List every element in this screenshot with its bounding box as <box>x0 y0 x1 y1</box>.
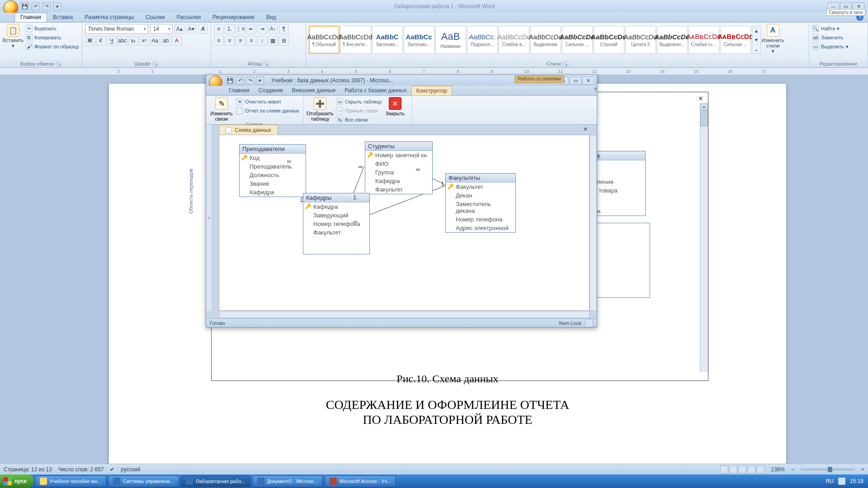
superscript-icon[interactable]: x² <box>139 36 149 46</box>
save-icon[interactable]: 💾 <box>226 76 234 84</box>
align-justify-icon[interactable]: ≡ <box>246 36 256 46</box>
dialog-launcher-icon[interactable]: ↘ <box>563 61 568 66</box>
taskbar-item[interactable]: Документ2 - Microso... <box>252 475 323 487</box>
find-button[interactable]: 🔍Найти ▾ <box>812 24 849 33</box>
italic-icon[interactable]: К <box>96 36 106 46</box>
change-styles-button[interactable]: AИзменить стили▾ <box>763 24 783 54</box>
gallery-up-icon[interactable]: ▴ <box>752 26 760 35</box>
dialog-launcher-icon[interactable]: ↘ <box>56 61 61 66</box>
tab-references[interactable]: Ссылки <box>140 13 170 22</box>
table-students[interactable]: Студенты Номер зачетной кн ФИО Группа Ка… <box>365 141 433 194</box>
indent-inc-icon[interactable]: ⇥ <box>257 24 267 34</box>
shading-icon[interactable]: ▦ <box>268 36 278 46</box>
style-item[interactable]: AaBbCЗаголово... <box>372 26 403 54</box>
strike-icon[interactable]: abc <box>118 36 127 46</box>
save-icon[interactable]: 💾 <box>21 2 29 10</box>
access-window[interactable]: 💾 ↶ ↷ ▾ Учебная : база данных (Access 20… <box>206 75 597 328</box>
bold-icon[interactable]: Ж <box>85 36 95 46</box>
format-painter-button[interactable]: 🖌Формат по образцу <box>25 42 79 51</box>
tab-create[interactable]: Создание <box>254 86 288 95</box>
qat-customize-icon[interactable]: ▾ <box>256 76 264 84</box>
dialog-launcher-icon[interactable]: ↘ <box>264 61 269 66</box>
indent-dec-icon[interactable]: ⇤ <box>246 24 256 34</box>
tab-design[interactable]: Конструктор <box>411 86 452 95</box>
all-relations-button[interactable]: ⇆Все связи <box>336 115 382 124</box>
style-item[interactable]: AᴀBʙCᴄDᴅСильная ... <box>720 26 751 54</box>
style-item[interactable]: AaBbCcDdВыделенн... <box>657 26 688 54</box>
style-gallery[interactable]: AaBbCcDd¶ Обычный AaBbCcDd¶ Без инте... … <box>309 24 761 56</box>
language-indicator[interactable]: русский <box>121 466 140 473</box>
underline-icon[interactable]: Ч <box>107 36 117 46</box>
schema-canvas[interactable]: Преподаватели Код Преподаватель Должност… <box>219 135 590 311</box>
zoom-out-icon[interactable]: − <box>791 466 794 473</box>
gallery-down-icon[interactable]: ▾ <box>752 36 760 44</box>
proofing-icon[interactable]: ✔ <box>110 466 114 473</box>
restore-button[interactable]: ▭ <box>570 76 581 84</box>
replace-button[interactable]: abЗаменить <box>812 33 849 42</box>
page-indicator[interactable]: Страница: 12 из 13 <box>4 466 52 473</box>
change-case-icon[interactable]: Aa <box>150 36 160 46</box>
style-item[interactable]: AaBbCcDd¶ Обычный <box>309 26 340 54</box>
taskbar-item[interactable]: Microsoft Access - Уч... <box>325 475 396 487</box>
zoom-in-icon[interactable]: + <box>861 466 864 473</box>
highlight-icon[interactable]: ab <box>161 36 171 46</box>
font-name-combo[interactable]: Times New Roman <box>85 24 148 34</box>
tab-home[interactable]: Главная <box>224 86 254 95</box>
style-item[interactable]: AaBbCc.Подзагол... <box>467 26 498 54</box>
line-spacing-icon[interactable]: ↕ <box>257 36 267 46</box>
document-tab-close-icon[interactable]: ✕ <box>583 126 588 132</box>
select-button[interactable]: ▭Выделить ▾ <box>812 42 849 51</box>
style-item[interactable]: AaBbCcDdСтрогий <box>594 26 624 54</box>
close-relations-button[interactable]: ✕Закрыть <box>384 97 406 116</box>
style-item[interactable]: AaBbCcDdВыделение <box>530 26 561 54</box>
taskbar-item[interactable]: Системы управлени... <box>108 475 179 487</box>
copy-button[interactable]: ⧉Копировать <box>25 33 79 42</box>
font-color-icon[interactable]: A <box>172 36 182 46</box>
subscript-icon[interactable]: x₂ <box>128 36 138 46</box>
shrink-font-icon[interactable]: A▾ <box>186 24 196 34</box>
vertical-scrollbar[interactable] <box>590 135 597 311</box>
style-item[interactable]: AaBbCcDdЦитата 2 <box>625 26 656 54</box>
zoom-slider[interactable] <box>801 469 855 470</box>
borders-icon[interactable]: ⊞ <box>279 36 289 46</box>
hide-table-button[interactable]: ▭Скрыть таблицу <box>336 97 382 106</box>
access-titlebar[interactable]: 💾 ↶ ↷ ▾ Учебная : база данных (Access 20… <box>206 75 597 86</box>
bullets-icon[interactable]: ≡ <box>214 24 224 34</box>
word-count[interactable]: Число слов: 2 657 <box>58 466 104 473</box>
undo-icon[interactable]: ↶ <box>32 2 40 10</box>
outline-view-icon[interactable] <box>747 465 755 474</box>
table-kafedry[interactable]: Кафедры Кафедра Заведующий Номер телефон… <box>303 193 370 254</box>
tray-icon[interactable] <box>838 478 845 485</box>
qat-customize-icon[interactable]: ▾ <box>53 2 61 10</box>
clock[interactable]: 15:18 <box>850 478 863 484</box>
font-size-combo[interactable]: 14 <box>150 24 173 34</box>
zoom-value[interactable]: 138% <box>771 466 785 473</box>
horizontal-ruler[interactable]: 211234567891011121314151617 <box>0 68 868 75</box>
print-layout-view-icon[interactable] <box>720 465 728 474</box>
tab-review[interactable]: Рецензирование <box>207 13 260 22</box>
figure-close-icon[interactable]: ✕ <box>697 95 704 102</box>
tab-layout[interactable]: Разметка страницы <box>79 13 140 22</box>
align-center-icon[interactable]: ≡ <box>225 36 235 46</box>
align-left-icon[interactable]: ≡ <box>214 36 224 46</box>
horizontal-scrollbar[interactable] <box>219 311 590 318</box>
show-table-button[interactable]: ➕Отобразить таблицу <box>306 97 334 122</box>
taskbar-item[interactable]: Лабораторная рабо... <box>181 475 250 487</box>
sort-icon[interactable]: A↓ <box>268 24 278 34</box>
style-item[interactable]: AaBbCcDdСильное ... <box>562 26 593 54</box>
style-item[interactable]: AaBbCcЗаголово... <box>404 26 434 54</box>
edit-relations-button[interactable]: ✎Изменить связи <box>209 97 234 122</box>
close-button[interactable]: ✕ <box>582 76 594 84</box>
help-icon[interactable]: ? <box>594 87 597 95</box>
undo-icon[interactable]: ↶ <box>236 76 244 84</box>
full-screen-view-icon[interactable] <box>729 465 737 474</box>
numbering-icon[interactable]: 1. <box>225 24 235 34</box>
start-button[interactable]: пуск <box>0 474 34 488</box>
tab-external[interactable]: Внешние данные <box>288 86 340 95</box>
schema-report-button[interactable]: 📄Отчет по схеме данных <box>236 106 299 115</box>
style-item[interactable]: AaBbCcDdСлабое в... <box>499 26 529 54</box>
draft-view-icon[interactable] <box>756 465 764 474</box>
tab-home[interactable]: Главная <box>14 13 47 22</box>
redo-icon[interactable]: ↷ <box>42 2 51 10</box>
tab-mailings[interactable]: Рассылки <box>170 13 207 22</box>
